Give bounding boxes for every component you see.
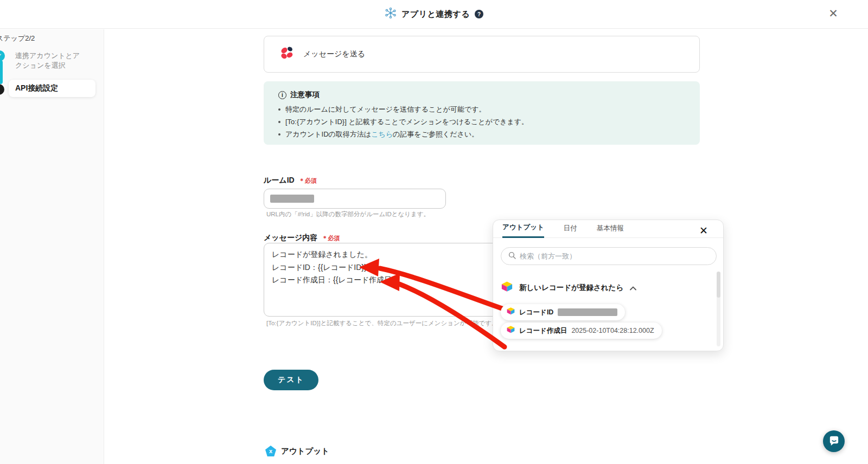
output-chip-record-created[interactable]: レコード作成日 2025-02-10T04:28:12.000Z [501, 323, 662, 339]
kintone-icon [507, 307, 515, 317]
tab-date[interactable]: 日付 [564, 224, 577, 237]
room-id-label: ルームID [264, 176, 295, 185]
modal-header: アプリと連携する ? ✕ [0, 0, 868, 29]
popup-close-icon[interactable]: ✕ [698, 225, 709, 236]
popup-search-box [501, 247, 717, 265]
note-item: 特定のルームに対してメッセージを送信することが可能です。 [278, 105, 700, 114]
step-counter: ステップ2/2 [0, 34, 35, 43]
tab-output[interactable]: アウトプット [502, 223, 544, 238]
note-item: アカウントIDの取得方法はこちらの記事をご参照ください。 [278, 130, 700, 139]
redacted-value [270, 195, 314, 203]
search-icon [508, 252, 516, 261]
selected-action-card: メッセージを送る [264, 36, 700, 73]
step-connector-line [0, 60, 3, 84]
info-icon: i [278, 91, 286, 99]
trigger-group-label: 新しいレコードが登録されたら [519, 283, 623, 293]
trigger-group-row: 新しいレコードが登録されたら [501, 281, 636, 294]
chat-bubble-icon [828, 435, 840, 448]
notes-box: i 注意事項 特定のルームに対してメッセージを送信することが可能です。 [To:… [264, 81, 700, 145]
required-badge: ＊必須 [322, 234, 340, 242]
note-item: [To:{アカウントID}] と記載することでメンションをつけることができます。 [278, 117, 700, 127]
notes-title: 注意事項 [290, 90, 320, 100]
required-badge: ＊必須 [299, 177, 317, 185]
step1-check-icon: ✓ [0, 50, 5, 61]
message-label: メッセージ内容 [264, 233, 317, 243]
support-chat-button[interactable] [823, 430, 845, 452]
step-sidebar: ステップ2/2 ✓ 連携アカウントとアクションを選択 API接続設定 [0, 29, 104, 464]
popup-scrollbar-thumb[interactable] [717, 272, 720, 298]
sidebar-item-api-settings[interactable]: API接続設定 [9, 80, 95, 97]
room-id-helper: URL内の「#!rid」以降の数字部分がルームIDとなります。 [266, 210, 430, 218]
chatwork-logo-icon [278, 45, 296, 63]
step1-label: 連携アカウントとアクションを選択 [15, 51, 87, 71]
output-badge-icon: x [265, 446, 276, 456]
kochira-link[interactable]: こちら [371, 130, 393, 138]
popup-tabs: アウトプット 日付 基本情報 [493, 220, 723, 238]
modal-close-icon[interactable]: ✕ [827, 7, 840, 20]
redacted-value [558, 308, 617, 316]
tab-basic-info[interactable]: 基本情報 [597, 224, 624, 237]
integration-modal: アプリと連携する ? ✕ ステップ2/2 ✓ 連携アカウントとアクションを選択 … [0, 0, 868, 464]
room-id-input[interactable] [264, 189, 446, 209]
integration-network-icon [385, 7, 397, 21]
kintone-icon [501, 281, 513, 294]
chevron-up-icon[interactable] [630, 283, 636, 293]
test-button[interactable]: テスト [264, 370, 318, 390]
step2-icon [0, 84, 4, 95]
message-helper: [To:{アカウントID}]と記載することで、特定のユーザーにメンションが可能で… [266, 319, 498, 327]
kintone-icon [507, 326, 515, 336]
output-chip-record-id[interactable]: レコードID [501, 304, 625, 320]
output-section-header: x アウトプット [265, 446, 329, 456]
action-name: メッセージを送る [303, 49, 365, 59]
output-section-label: アウトプット [281, 446, 329, 456]
output-picker-popup: アウトプット 日付 基本情報 ✕ 新しいレコードが登録されたら [493, 220, 724, 351]
help-icon[interactable]: ? [475, 10, 483, 18]
search-input[interactable] [520, 252, 699, 260]
modal-title: アプリと連携する [401, 9, 470, 20]
